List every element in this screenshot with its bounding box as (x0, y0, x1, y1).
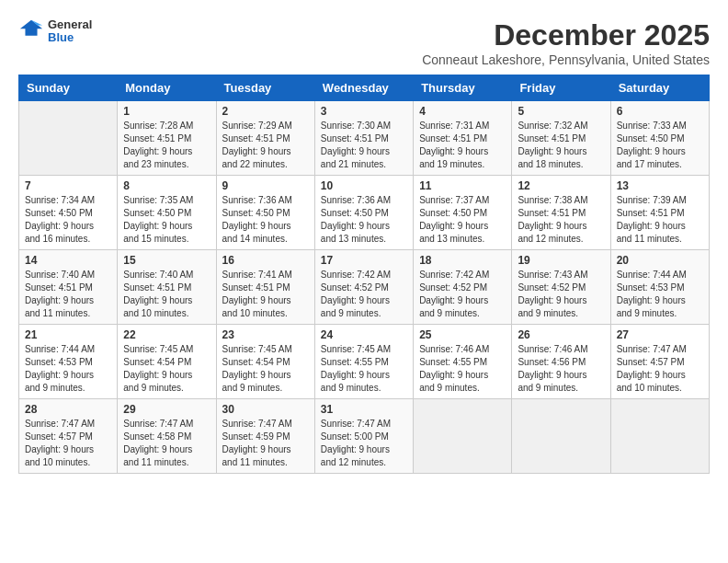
logo-text: General Blue (48, 18, 92, 45)
logo-bird-icon (18, 18, 44, 44)
calendar-cell: 5Sunrise: 7:32 AMSunset: 4:51 PMDaylight… (512, 101, 610, 176)
calendar-week-4: 21Sunrise: 7:44 AMSunset: 4:53 PMDayligh… (19, 325, 710, 399)
logo-blue: Blue (48, 31, 92, 44)
calendar-header: SundayMondayTuesdayWednesdayThursdayFrid… (19, 75, 710, 101)
calendar-cell: 24Sunrise: 7:45 AMSunset: 4:55 PMDayligh… (314, 325, 413, 399)
day-info: Sunrise: 7:34 AMSunset: 4:50 PMDaylight:… (25, 194, 111, 246)
calendar-cell (512, 399, 610, 474)
header-day-sunday: Sunday (19, 75, 118, 101)
day-info: Sunrise: 7:46 AMSunset: 4:56 PMDaylight:… (518, 343, 604, 395)
day-number: 2 (222, 105, 309, 118)
day-number: 21 (25, 328, 111, 341)
day-info: Sunrise: 7:40 AMSunset: 4:51 PMDaylight:… (25, 269, 111, 320)
calendar-table: SundayMondayTuesdayWednesdayThursdayFrid… (18, 75, 710, 474)
day-number: 9 (222, 179, 309, 192)
calendar-cell: 16Sunrise: 7:41 AMSunset: 4:51 PMDayligh… (216, 250, 314, 325)
calendar-cell: 22Sunrise: 7:45 AMSunset: 4:54 PMDayligh… (118, 325, 216, 399)
calendar-cell: 18Sunrise: 7:42 AMSunset: 4:52 PMDayligh… (414, 250, 512, 325)
calendar-cell: 14Sunrise: 7:40 AMSunset: 4:51 PMDayligh… (19, 250, 118, 325)
calendar-cell: 15Sunrise: 7:40 AMSunset: 4:51 PMDayligh… (118, 250, 216, 325)
day-number: 10 (321, 179, 407, 192)
day-info: Sunrise: 7:47 AMSunset: 4:57 PMDaylight:… (25, 418, 111, 469)
day-info: Sunrise: 7:36 AMSunset: 4:50 PMDaylight:… (222, 194, 309, 246)
day-number: 20 (617, 254, 703, 267)
calendar-cell: 9Sunrise: 7:36 AMSunset: 4:50 PMDaylight… (216, 176, 314, 250)
calendar-cell: 29Sunrise: 7:47 AMSunset: 4:58 PMDayligh… (118, 399, 216, 474)
calendar-week-2: 7Sunrise: 7:34 AMSunset: 4:50 PMDaylight… (19, 176, 710, 250)
calendar-body: 1Sunrise: 7:28 AMSunset: 4:51 PMDaylight… (19, 101, 710, 474)
day-number: 25 (419, 328, 506, 341)
day-info: Sunrise: 7:38 AMSunset: 4:51 PMDaylight:… (518, 194, 604, 246)
calendar-cell: 3Sunrise: 7:30 AMSunset: 4:51 PMDaylight… (314, 101, 413, 176)
calendar-cell: 25Sunrise: 7:46 AMSunset: 4:55 PMDayligh… (414, 325, 512, 399)
day-number: 12 (518, 179, 604, 192)
day-info: Sunrise: 7:40 AMSunset: 4:51 PMDaylight:… (123, 269, 210, 320)
calendar-cell: 23Sunrise: 7:45 AMSunset: 4:54 PMDayligh… (216, 325, 314, 399)
day-number: 26 (518, 328, 604, 341)
day-number: 23 (222, 328, 309, 341)
day-info: Sunrise: 7:46 AMSunset: 4:55 PMDaylight:… (419, 343, 506, 395)
calendar-cell (414, 399, 512, 474)
day-number: 6 (617, 105, 703, 118)
day-info: Sunrise: 7:47 AMSunset: 4:57 PMDaylight:… (617, 343, 703, 395)
calendar-cell: 13Sunrise: 7:39 AMSunset: 4:51 PMDayligh… (610, 176, 709, 250)
day-number: 3 (321, 105, 407, 118)
day-number: 29 (123, 403, 210, 416)
calendar-cell (19, 101, 118, 176)
header-day-saturday: Saturday (610, 75, 709, 101)
month-title: December 2025 (422, 18, 710, 52)
day-number: 31 (321, 403, 407, 416)
calendar-cell: 21Sunrise: 7:44 AMSunset: 4:53 PMDayligh… (19, 325, 118, 399)
calendar-week-5: 28Sunrise: 7:47 AMSunset: 4:57 PMDayligh… (19, 399, 710, 474)
title-block: December 2025 Conneaut Lakeshore, Pennsy… (422, 18, 710, 67)
day-number: 18 (419, 254, 506, 267)
calendar-cell: 28Sunrise: 7:47 AMSunset: 4:57 PMDayligh… (19, 399, 118, 474)
calendar-cell: 2Sunrise: 7:29 AMSunset: 4:51 PMDaylight… (216, 101, 314, 176)
day-info: Sunrise: 7:42 AMSunset: 4:52 PMDaylight:… (419, 269, 506, 320)
day-number: 8 (123, 179, 210, 192)
day-info: Sunrise: 7:33 AMSunset: 4:50 PMDaylight:… (617, 120, 703, 171)
day-number: 27 (617, 328, 703, 341)
calendar-cell: 27Sunrise: 7:47 AMSunset: 4:57 PMDayligh… (610, 325, 709, 399)
header-day-monday: Monday (118, 75, 216, 101)
calendar-cell: 8Sunrise: 7:35 AMSunset: 4:50 PMDaylight… (118, 176, 216, 250)
day-info: Sunrise: 7:41 AMSunset: 4:51 PMDaylight:… (222, 269, 309, 320)
day-info: Sunrise: 7:28 AMSunset: 4:51 PMDaylight:… (123, 120, 210, 171)
day-number: 14 (25, 254, 111, 267)
calendar-cell: 30Sunrise: 7:47 AMSunset: 4:59 PMDayligh… (216, 399, 314, 474)
day-info: Sunrise: 7:43 AMSunset: 4:52 PMDaylight:… (518, 269, 604, 320)
location: Conneaut Lakeshore, Pennsylvania, United… (422, 52, 710, 67)
calendar-cell (610, 399, 709, 474)
day-info: Sunrise: 7:31 AMSunset: 4:51 PMDaylight:… (419, 120, 506, 171)
day-info: Sunrise: 7:44 AMSunset: 4:53 PMDaylight:… (617, 269, 703, 320)
calendar-week-3: 14Sunrise: 7:40 AMSunset: 4:51 PMDayligh… (19, 250, 710, 325)
day-info: Sunrise: 7:30 AMSunset: 4:51 PMDaylight:… (321, 120, 407, 171)
svg-marker-0 (20, 20, 42, 36)
day-info: Sunrise: 7:37 AMSunset: 4:50 PMDaylight:… (419, 194, 506, 246)
calendar-cell: 26Sunrise: 7:46 AMSunset: 4:56 PMDayligh… (512, 325, 610, 399)
calendar-cell: 6Sunrise: 7:33 AMSunset: 4:50 PMDaylight… (610, 101, 709, 176)
calendar-cell: 20Sunrise: 7:44 AMSunset: 4:53 PMDayligh… (610, 250, 709, 325)
calendar-cell: 31Sunrise: 7:47 AMSunset: 5:00 PMDayligh… (314, 399, 413, 474)
day-number: 13 (617, 179, 703, 192)
calendar-cell: 17Sunrise: 7:42 AMSunset: 4:52 PMDayligh… (314, 250, 413, 325)
header-day-tuesday: Tuesday (216, 75, 314, 101)
day-info: Sunrise: 7:47 AMSunset: 4:58 PMDaylight:… (123, 418, 210, 469)
day-number: 24 (321, 328, 407, 341)
calendar-cell: 11Sunrise: 7:37 AMSunset: 4:50 PMDayligh… (414, 176, 512, 250)
day-number: 30 (222, 403, 309, 416)
day-info: Sunrise: 7:45 AMSunset: 4:54 PMDaylight:… (123, 343, 210, 395)
logo: General Blue (18, 18, 92, 45)
day-number: 1 (123, 105, 210, 118)
day-info: Sunrise: 7:29 AMSunset: 4:51 PMDaylight:… (222, 120, 309, 171)
header-day-thursday: Thursday (414, 75, 512, 101)
day-info: Sunrise: 7:45 AMSunset: 4:54 PMDaylight:… (222, 343, 309, 395)
day-number: 28 (25, 403, 111, 416)
day-info: Sunrise: 7:47 AMSunset: 5:00 PMDaylight:… (321, 418, 407, 469)
day-number: 16 (222, 254, 309, 267)
day-number: 22 (123, 328, 210, 341)
day-number: 19 (518, 254, 604, 267)
header-day-wednesday: Wednesday (314, 75, 413, 101)
day-number: 4 (419, 105, 506, 118)
day-info: Sunrise: 7:47 AMSunset: 4:59 PMDaylight:… (222, 418, 309, 469)
